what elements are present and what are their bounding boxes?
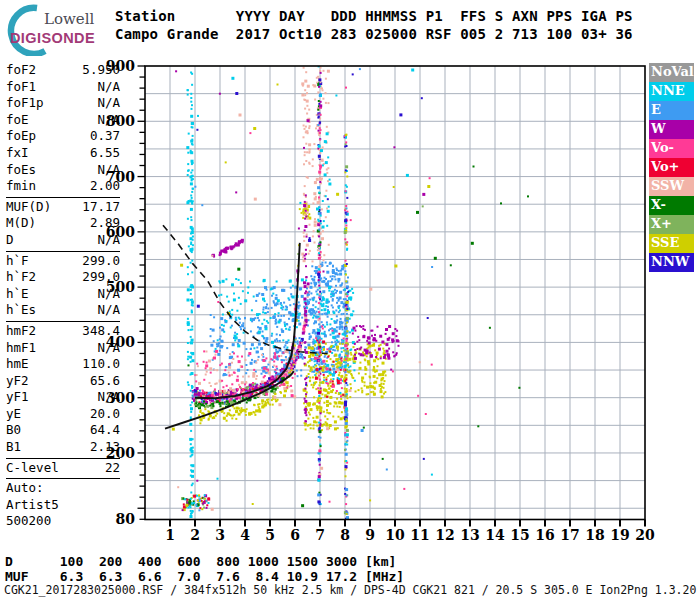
x-tick-label: 20 [635, 527, 655, 543]
axis-ticks [138, 66, 646, 526]
y-tick-label: 200 [106, 445, 135, 461]
x-tick-label: 11 [410, 527, 429, 543]
legend-item-e: E [649, 101, 694, 120]
x-tick-label: 12 [435, 527, 454, 543]
x-tick-label: 8 [340, 527, 350, 543]
chart-gridlines [145, 66, 645, 520]
x-tick-label: 5 [265, 527, 275, 543]
x-tick-label: 9 [365, 527, 375, 543]
y-tick-label: 400 [106, 334, 135, 350]
x-tick-label: 17 [560, 527, 579, 543]
file-info-footer: CGK21_2017283025000.RSF / 384fx512h 50 k… [4, 583, 696, 597]
x-tick-label: 2 [190, 527, 200, 543]
legend-item-noval: NoVal [649, 63, 694, 82]
y-tick-label: 700 [106, 169, 135, 185]
legend-item-nnw: NNW [649, 253, 694, 272]
echo-scatter-points [172, 65, 529, 519]
x-tick-label: 15 [510, 527, 529, 543]
legend-item-vo: Vo- [649, 139, 694, 158]
muf-row: MUF 6.3 6.3 6.6 7.0 7.6 8.4 10.9 17.2 [M… [5, 570, 404, 585]
x-tick-label: 4 [240, 527, 250, 543]
y-axis-labels: 90080070060050040030020080 [106, 58, 135, 527]
x-axis-labels: 1234567891011121314151617181920 [165, 527, 655, 543]
legend-item-x: X+ [649, 215, 694, 234]
y-tick-label: 900 [106, 58, 135, 74]
x-tick-label: 14 [485, 527, 505, 543]
x-tick-label: 3 [215, 527, 225, 543]
distance-row: D 100 200 400 600 800 1000 1500 3000 [km… [5, 555, 404, 570]
x-tick-label: 1 [165, 527, 175, 543]
y-tick-label: 80 [116, 511, 136, 527]
ionogram-page: Lowell DIGISONDE Station YYYY DAY DDD HH… [0, 0, 700, 600]
legend-item-nne: NNE [649, 82, 694, 101]
x-tick-label: 13 [460, 527, 479, 543]
direction-legend: NoValNNEEWVo-Vo+SSWX-X+SSENNW [649, 63, 694, 272]
y-tick-label: 500 [106, 279, 135, 295]
y-tick-label: 300 [106, 390, 135, 406]
legend-item-sse: SSE [649, 234, 694, 253]
legend-item-ssw: SSW [649, 177, 694, 196]
x-tick-label: 18 [585, 527, 604, 543]
x-tick-label: 16 [535, 527, 554, 543]
muf-table: D 100 200 400 600 800 1000 1500 3000 [km… [5, 555, 404, 584]
x-tick-label: 6 [290, 527, 300, 543]
ionogram-chart: 1234567891011121314151617181920 90080070… [0, 0, 700, 552]
x-tick-label: 19 [610, 527, 629, 543]
x-tick-label: 10 [385, 527, 405, 543]
legend-item-vo: Vo+ [649, 158, 694, 177]
y-tick-label: 600 [106, 224, 135, 240]
legend-item-x: X- [649, 196, 694, 215]
legend-item-w: W [649, 120, 694, 139]
x-tick-label: 7 [315, 527, 325, 543]
y-tick-label: 800 [106, 113, 135, 129]
